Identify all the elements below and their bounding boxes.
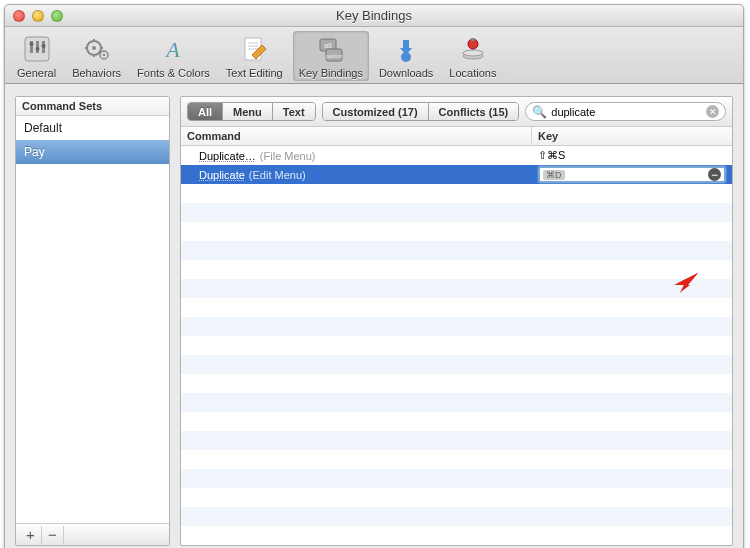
clear-search-icon[interactable]: ✕ bbox=[706, 105, 719, 118]
svg-point-14 bbox=[102, 54, 105, 57]
scope-segmented: All Menu Text bbox=[187, 102, 316, 121]
table-row bbox=[181, 393, 732, 412]
command-cell: Duplicate… (File Menu) bbox=[181, 150, 532, 162]
download-icon bbox=[390, 33, 422, 65]
sidebar: Command Sets Default Pay + − bbox=[15, 96, 170, 546]
column-key[interactable]: Key bbox=[532, 127, 732, 145]
table-row bbox=[181, 469, 732, 488]
sidebar-footer: + − bbox=[16, 523, 169, 545]
svg-marker-27 bbox=[400, 48, 412, 55]
table-row bbox=[181, 488, 732, 507]
command-text: Duplicate… bbox=[199, 150, 256, 162]
preferences-window: Key Bindings General Behaviors A Fonts &… bbox=[4, 4, 744, 548]
svg-text:option: option bbox=[326, 53, 342, 59]
titlebar: Key Bindings bbox=[5, 5, 743, 27]
command-cell: Duplicate (Edit Menu) bbox=[181, 169, 532, 181]
main-panel: All Menu Text Customized (17) Conflicts … bbox=[180, 96, 733, 546]
toolbar-label: Locations bbox=[449, 67, 496, 79]
table-row bbox=[181, 279, 732, 298]
table-row bbox=[181, 507, 732, 526]
table-row bbox=[181, 374, 732, 393]
key-cell[interactable]: ⌘D − bbox=[532, 166, 732, 183]
table-row[interactable]: Duplicate (Edit Menu) ⌘D − bbox=[181, 165, 732, 184]
remove-binding-icon[interactable]: − bbox=[708, 168, 721, 181]
sidebar-item-default[interactable]: Default bbox=[16, 116, 169, 140]
scope-text[interactable]: Text bbox=[273, 103, 315, 120]
table-row bbox=[181, 203, 732, 222]
keybinding-text: ⌘D bbox=[543, 170, 565, 180]
table-header: Command Key bbox=[181, 127, 732, 146]
svg-point-6 bbox=[41, 44, 45, 48]
slider-icon bbox=[21, 33, 53, 65]
toolbar-label: Text Editing bbox=[226, 67, 283, 79]
key-cell: ⇧⌘S bbox=[532, 149, 732, 162]
sidebar-header: Command Sets bbox=[16, 97, 169, 116]
svg-rect-31 bbox=[471, 38, 475, 41]
command-context: (File Menu) bbox=[260, 150, 316, 162]
bindings-table: Duplicate… (File Menu) ⇧⌘S Duplicate (Ed… bbox=[181, 146, 732, 545]
table-row bbox=[181, 317, 732, 336]
keys-icon: altoption bbox=[315, 33, 347, 65]
toolbar-label: Behaviors bbox=[72, 67, 121, 79]
table-row bbox=[181, 184, 732, 203]
table-row bbox=[181, 526, 732, 545]
window-title: Key Bindings bbox=[5, 8, 743, 23]
toolbar: General Behaviors A Fonts & Colors Text … bbox=[5, 27, 743, 84]
svg-point-29 bbox=[463, 50, 483, 56]
table-row bbox=[181, 241, 732, 260]
keybinding-text: ⇧⌘S bbox=[538, 149, 565, 162]
toolbar-key-bindings[interactable]: altoption Key Bindings bbox=[293, 31, 369, 81]
keybinding-input[interactable]: ⌘D − bbox=[538, 166, 726, 183]
filter-conflicts[interactable]: Conflicts (15) bbox=[429, 103, 519, 120]
toolbar-label: Fonts & Colors bbox=[137, 67, 210, 79]
toolbar-label: Key Bindings bbox=[299, 67, 363, 79]
svg-point-8 bbox=[92, 46, 96, 50]
toolbar-locations[interactable]: Locations bbox=[443, 31, 502, 81]
svg-text:A: A bbox=[165, 37, 181, 62]
toolbar-label: General bbox=[17, 67, 56, 79]
sidebar-item-label: Pay bbox=[24, 145, 45, 159]
sidebar-item-label: Default bbox=[24, 121, 62, 135]
scope-menu[interactable]: Menu bbox=[223, 103, 273, 120]
toolbar-behaviors[interactable]: Behaviors bbox=[66, 31, 127, 81]
table-row bbox=[181, 298, 732, 317]
table-row bbox=[181, 412, 732, 431]
font-icon: A bbox=[157, 33, 189, 65]
toolbar-general[interactable]: General bbox=[11, 31, 62, 81]
table-row bbox=[181, 222, 732, 241]
search-field[interactable]: 🔍 ✕ bbox=[525, 102, 726, 121]
remove-set-button[interactable]: − bbox=[42, 526, 64, 544]
toolbar-text-editing[interactable]: Text Editing bbox=[220, 31, 289, 81]
toolbar-downloads[interactable]: Downloads bbox=[373, 31, 439, 81]
command-context: (Edit Menu) bbox=[249, 169, 306, 181]
filter-bar: All Menu Text Customized (17) Conflicts … bbox=[181, 97, 732, 127]
table-row bbox=[181, 260, 732, 279]
search-icon: 🔍 bbox=[532, 105, 547, 119]
svg-rect-26 bbox=[403, 40, 409, 48]
table-row bbox=[181, 355, 732, 374]
sidebar-item-pay[interactable]: Pay bbox=[16, 140, 169, 164]
svg-point-4 bbox=[29, 42, 33, 46]
disk-icon bbox=[457, 33, 489, 65]
add-set-button[interactable]: + bbox=[20, 526, 42, 544]
search-input[interactable] bbox=[551, 106, 702, 118]
command-set-list: Default Pay bbox=[16, 116, 169, 523]
content-area: Command Sets Default Pay + − All Menu Te… bbox=[5, 84, 743, 548]
svg-point-5 bbox=[35, 47, 39, 51]
table-row bbox=[181, 450, 732, 469]
toolbar-fonts-colors[interactable]: A Fonts & Colors bbox=[131, 31, 216, 81]
table-row bbox=[181, 336, 732, 355]
svg-text:alt: alt bbox=[324, 42, 331, 49]
scope-all[interactable]: All bbox=[188, 103, 223, 120]
table-row bbox=[181, 431, 732, 450]
filter-segmented: Customized (17) Conflicts (15) bbox=[322, 102, 520, 121]
command-text: Duplicate bbox=[199, 169, 245, 181]
filter-customized[interactable]: Customized (17) bbox=[323, 103, 429, 120]
toolbar-label: Downloads bbox=[379, 67, 433, 79]
document-pencil-icon bbox=[238, 33, 270, 65]
table-row[interactable]: Duplicate… (File Menu) ⇧⌘S bbox=[181, 146, 732, 165]
gears-icon bbox=[81, 33, 113, 65]
column-command[interactable]: Command bbox=[181, 127, 532, 145]
